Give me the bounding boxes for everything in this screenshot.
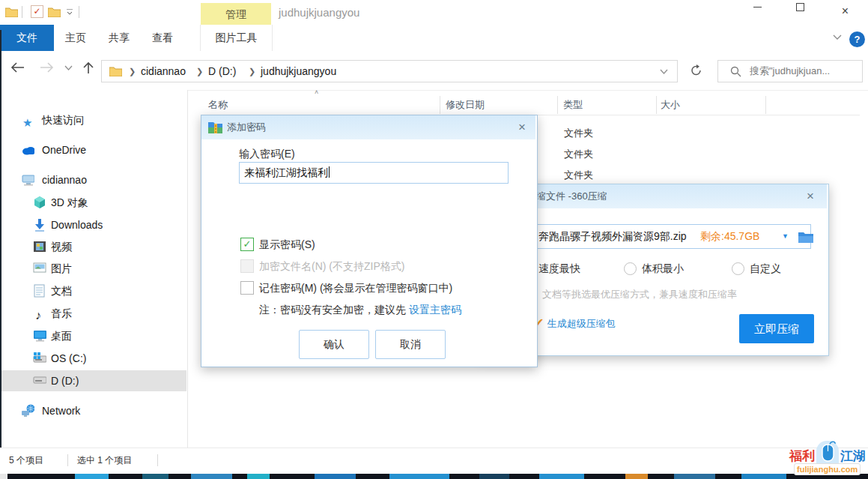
- breadcrumb-folder-icon: [109, 66, 122, 76]
- explorer-window: ✓ 管理 judhujkjuangyou × 文件 主页 共享 查看 图片工具 …: [0, 0, 868, 479]
- mouse-icon: [819, 439, 837, 463]
- picture-icon: [33, 262, 46, 275]
- file-row-type[interactable]: 文件夹: [558, 165, 655, 186]
- checkbox-label: 显示密码(S): [259, 237, 315, 252]
- sidebar-item-desktop[interactable]: 桌面: [0, 325, 186, 346]
- tab-file[interactable]: 文件: [0, 25, 54, 51]
- sidebar-item-label: Network: [42, 400, 80, 421]
- sidebar-item-label: 3D 对象: [51, 192, 88, 213]
- quick-access-star-icon: ★: [22, 112, 36, 126]
- item-count-label: 5 个项目: [9, 448, 43, 472]
- taskbar-segment: [191, 474, 232, 479]
- archive-filename: 奔跑晶骡子视频外漏资源9部.zip: [538, 225, 687, 248]
- radio-label: 速度最快: [538, 261, 580, 276]
- taskbar-segment: [741, 474, 786, 479]
- sidebar-item-videos[interactable]: 视频: [0, 236, 186, 257]
- sidebar-item-this-pc[interactable]: cidiannao: [0, 169, 186, 190]
- tab-share[interactable]: 共享: [97, 25, 141, 51]
- sidebar-item-label: Downloads: [51, 214, 103, 235]
- tab-picture-tools[interactable]: 图片工具: [200, 25, 273, 51]
- site-text: fulijianghu.com: [797, 465, 858, 474]
- tab-home[interactable]: 主页: [54, 25, 97, 51]
- column-divider[interactable]: [656, 96, 657, 114]
- taskbar-segment: [247, 474, 270, 479]
- column-header-date-modified[interactable]: 修改日期: [446, 94, 485, 115]
- forward-icon[interactable]: [39, 61, 54, 73]
- navigation-pane: ★ 快速访问 OneDrive cidiannao 3D 对象 Download…: [0, 90, 188, 450]
- column-divider[interactable]: [765, 96, 766, 114]
- divider: [79, 6, 79, 18]
- qat-dropdown-icon[interactable]: [66, 9, 73, 15]
- column-header-size[interactable]: 大小: [661, 94, 680, 115]
- checkbox-disabled-icon: [240, 259, 254, 273]
- folder-icon[interactable]: [48, 6, 61, 17]
- confirm-button[interactable]: 确认: [299, 330, 369, 359]
- desktop-monitor-icon: [33, 329, 46, 343]
- selected-count-label: 选中 1 个项目: [77, 448, 132, 472]
- password-input[interactable]: 来福利江湖找福利: [239, 162, 509, 184]
- quick-access-check-icon[interactable]: ✓: [31, 5, 43, 18]
- back-icon[interactable]: [10, 61, 25, 73]
- file-row-type[interactable]: 文件夹: [558, 144, 655, 165]
- column-header-type[interactable]: 类型: [563, 94, 583, 115]
- film-icon: [33, 240, 46, 253]
- radio-label: 自定义: [750, 261, 781, 276]
- status-bar: 5 个项目 选中 1 个项目: [0, 448, 868, 475]
- close-icon[interactable]: ×: [518, 116, 526, 139]
- manage-ribbon-tab[interactable]: 管理: [201, 3, 271, 25]
- help-icon[interactable]: ?: [849, 31, 865, 47]
- sidebar-item-music[interactable]: ♪ 音乐: [0, 303, 186, 324]
- browse-folder-icon[interactable]: [798, 230, 813, 243]
- drive-icon: [33, 376, 46, 390]
- watermark-brand-left: 福利: [789, 448, 815, 465]
- close-icon[interactable]: ×: [807, 185, 814, 208]
- password-input-label: 输入密码(E): [239, 148, 295, 161]
- address-box[interactable]: ❯ cidiannao ❯ D (D:) ❯ judhujkjuangyou: [101, 60, 678, 82]
- taskbar-segment: [625, 474, 648, 479]
- column-divider[interactable]: [557, 96, 558, 114]
- archive-name-input[interactable]: 奔跑晶骡子视频外漏资源9部.zip 剩余:45.7GB ▼: [492, 224, 811, 249]
- search-icon: [730, 66, 741, 77]
- cancel-button[interactable]: 取消: [375, 330, 446, 359]
- super-pack-toggle[interactable]: ✔ 生成超级压缩包: [534, 316, 616, 331]
- breadcrumb-item[interactable]: D (D:): [208, 61, 236, 82]
- folder-icon[interactable]: [5, 6, 18, 17]
- sidebar-item-quick-access[interactable]: ★ 快速访问: [0, 109, 186, 130]
- breadcrumb-item[interactable]: judhujkjuangyou: [261, 61, 336, 82]
- sidebar-item-label: 图片: [51, 258, 72, 279]
- taskbar-segment: [142, 474, 169, 479]
- radio-label: 体积最小: [642, 261, 684, 276]
- maximize-button[interactable]: [783, 0, 817, 22]
- checkbox-label: 记住密码(M) (将会显示在管理密码窗口中): [259, 280, 452, 295]
- drive-dropdown-icon[interactable]: ▼: [782, 225, 789, 248]
- file-row-type[interactable]: 文件夹: [558, 123, 655, 144]
- divider: [22, 6, 22, 18]
- ribbon-collapse-icon[interactable]: [833, 34, 842, 40]
- sidebar-item-pictures[interactable]: 图片: [0, 258, 186, 279]
- sidebar-item-network[interactable]: Network: [0, 400, 186, 421]
- tab-view[interactable]: 查看: [141, 25, 184, 51]
- compress-now-button[interactable]: 立即压缩: [739, 314, 814, 343]
- minimize-button[interactable]: [741, 0, 774, 22]
- sidebar-item-label: OneDrive: [42, 139, 86, 160]
- sidebar-item-3d-objects[interactable]: 3D 对象: [0, 192, 186, 213]
- up-icon[interactable]: [82, 61, 94, 74]
- sidebar-item-documents[interactable]: 文档: [0, 280, 186, 301]
- address-dropdown-icon[interactable]: [660, 69, 668, 75]
- search-input[interactable]: 搜索"judhujkjuan...: [717, 60, 863, 82]
- sidebar-item-d-drive[interactable]: D (D:): [0, 370, 186, 391]
- sidebar-item-downloads[interactable]: Downloads: [0, 214, 186, 235]
- sidebar-item-label: D (D:): [51, 370, 79, 391]
- remaining-space-label: 剩余:45.7GB: [700, 225, 759, 248]
- breadcrumb-item[interactable]: cidiannao: [141, 61, 186, 82]
- column-header-name[interactable]: 名称: [208, 94, 228, 115]
- note-text: 注：密码没有安全加密，建议先: [259, 304, 409, 316]
- set-master-password-link[interactable]: 设置主密码: [409, 304, 461, 316]
- column-divider[interactable]: [440, 96, 440, 114]
- file-type-label: 文件夹: [564, 148, 593, 160]
- sidebar-item-onedrive[interactable]: OneDrive: [0, 139, 186, 160]
- sidebar-item-os-c-drive[interactable]: OS (C:): [0, 348, 186, 369]
- history-dropdown-icon[interactable]: [64, 65, 73, 71]
- close-button[interactable]: ×: [828, 0, 862, 22]
- refresh-button[interactable]: [678, 60, 715, 81]
